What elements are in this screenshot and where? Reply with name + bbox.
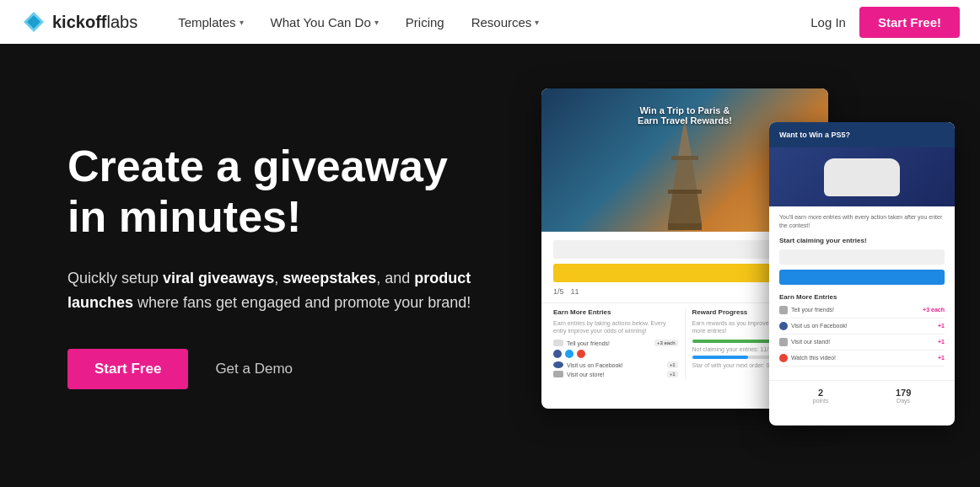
ps5-action-row-1: Tell your friends! +3 each: [779, 306, 945, 318]
ps5-action-row-3: Visit our stand! +1: [779, 338, 945, 351]
ps5-footer-days: 179 Days: [896, 388, 911, 404]
logo[interactable]: kickofflabs: [20, 8, 137, 35]
login-link[interactable]: Log In: [810, 15, 846, 29]
hero-demo-link[interactable]: Get a Demo: [215, 361, 293, 377]
reward-bar-fill-2: [692, 356, 748, 359]
facebook-icon-2: [553, 361, 563, 368]
facebook-icon-ps5: [779, 322, 788, 330]
mockup-social-icons: [553, 350, 678, 358]
nav-item-pricing[interactable]: Pricing: [392, 0, 458, 44]
hero-mockup: Win a Trip to Paris & Earn Travel Reward…: [541, 88, 955, 442]
navbar: kickofflabs Templates ▾ What You Can Do …: [0, 0, 980, 44]
chevron-down-icon: ▾: [374, 18, 379, 27]
ps5-footer: 2 points 179 Days: [769, 380, 955, 404]
hero-section: Create a giveaway in minutes! Quickly se…: [0, 44, 980, 487]
share-icon: [553, 340, 563, 346]
hero-buttons: Start Free Get a Demo: [67, 349, 540, 389]
nav-item-resources[interactable]: Resources ▾: [458, 0, 553, 44]
mockup-ps5-card: Want to Win a PS5? You'll earn more entr…: [769, 122, 955, 425]
hero-content: Create a giveaway in minutes! Quickly se…: [67, 142, 540, 388]
chevron-down-icon: ▾: [240, 18, 244, 27]
logo-text: kickofflabs: [52, 13, 137, 32]
store-icon: [553, 371, 563, 377]
svg-rect-6: [671, 156, 698, 160]
email-icon: [577, 350, 585, 358]
youtube-icon-ps5: [779, 354, 788, 362]
ps5-email-input: [779, 249, 945, 265]
share-icon-ps5: [779, 306, 788, 314]
mockup-earn-entries: Earn More Entries Earn entries by taking…: [553, 308, 678, 380]
nav-right: Log In Start Free!: [810, 7, 960, 38]
mockup-ps5-image: [769, 147, 955, 206]
ps5-action-row-4: Watch this video! +1: [779, 354, 945, 367]
eiffel-tower-icon: [660, 114, 710, 232]
nav-item-what-you-can-do[interactable]: What You Can Do ▾: [257, 0, 392, 44]
start-free-nav-button[interactable]: Start Free!: [859, 7, 960, 38]
store-icon-ps5: [779, 338, 788, 346]
hero-title: Create a giveaway in minutes!: [67, 142, 540, 243]
twitter-icon: [565, 350, 573, 358]
svg-marker-3: [673, 156, 697, 190]
nav-links: Templates ▾ What You Can Do ▾ Pricing Re…: [164, 0, 810, 44]
mockup-action-row-3: Visit our store! +1: [553, 371, 678, 377]
hero-subtitle: Quickly setup viral giveaways, sweepstak…: [67, 266, 540, 315]
mockup-action-row: Tell your friends! +3 each: [553, 340, 678, 346]
ps5-action-row-2: Visit us on Facebook! +1: [779, 322, 945, 334]
mockup-ps5-header: Want to Win a PS5?: [769, 122, 955, 147]
svg-rect-5: [668, 223, 702, 230]
reward-bar-fill: [692, 340, 781, 343]
facebook-icon: [553, 350, 562, 358]
chevron-down-icon: ▾: [535, 18, 539, 27]
logo-icon: [20, 8, 47, 35]
svg-marker-4: [668, 190, 702, 223]
mockup-main-title: Win a Trip to Paris & Earn Travel Reward…: [638, 105, 732, 126]
ps5-enter-button: [779, 270, 945, 285]
svg-rect-7: [668, 190, 702, 194]
ps5-footer-points: 2 points: [813, 388, 829, 404]
nav-item-templates[interactable]: Templates ▾: [164, 0, 256, 44]
ps5-console-shape: [824, 158, 900, 196]
mockup-ps5-body: You'll earn more entries with every acti…: [769, 206, 955, 377]
hero-start-free-button[interactable]: Start Free: [67, 349, 188, 389]
mockup-action-row-2: Visit us on Facebook! +1: [553, 361, 678, 368]
